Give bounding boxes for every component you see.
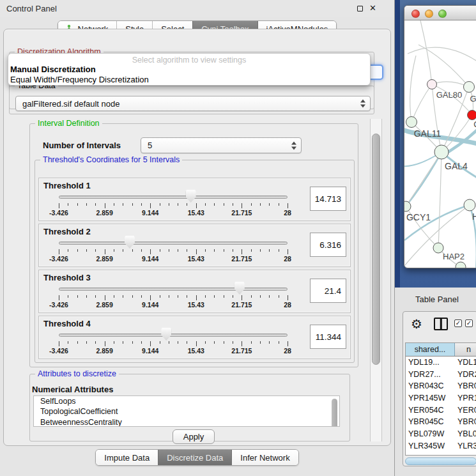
network-edge[interactable] bbox=[404, 205, 470, 240]
apply-button[interactable]: Apply bbox=[173, 429, 215, 444]
slider-tick-label: 9.144 bbox=[142, 301, 158, 309]
column-header-shared[interactable]: shared... bbox=[406, 343, 455, 356]
checkbox-icon[interactable]: ✓ bbox=[454, 319, 462, 327]
tab-impute-data[interactable]: Impute Data bbox=[96, 450, 158, 465]
table-cell-name[interactable]: YLR3 bbox=[455, 440, 476, 452]
column-header-name[interactable]: n bbox=[455, 343, 476, 356]
table-row[interactable]: YBL079WYBL0 bbox=[406, 428, 476, 440]
network-node[interactable] bbox=[468, 111, 476, 120]
network-node[interactable] bbox=[404, 201, 411, 211]
threshold-value-field[interactable]: 6.316 bbox=[310, 233, 346, 257]
slider-thumb[interactable] bbox=[186, 190, 196, 203]
slider-thumb[interactable] bbox=[161, 328, 171, 341]
slider-tick bbox=[169, 295, 169, 298]
close-traffic-light-icon[interactable] bbox=[411, 10, 420, 18]
table-horizontal-scrollbar[interactable] bbox=[404, 457, 476, 466]
table-cell-name[interactable]: YDL1 bbox=[455, 357, 476, 369]
table-row[interactable]: YIL052CYIL0 bbox=[406, 452, 476, 456]
close-icon[interactable]: ✕ bbox=[369, 3, 376, 13]
table-cell-shared-name[interactable]: YBR043C bbox=[406, 380, 455, 392]
slider-tick bbox=[123, 295, 123, 298]
table-cell-name[interactable]: YER0 bbox=[455, 404, 476, 417]
table-cell-shared-name[interactable]: YIL052C bbox=[406, 452, 455, 456]
attribute-list-item[interactable]: SelfLoops bbox=[34, 396, 339, 406]
list-scrollbar-thumb[interactable] bbox=[332, 399, 337, 427]
table-horizontal-scrollbar-thumb[interactable] bbox=[405, 457, 476, 465]
table-row[interactable]: YBR043CYBR0 bbox=[406, 380, 476, 392]
tab-infer-network[interactable]: Infer Network bbox=[231, 450, 298, 465]
table-cell-name[interactable]: YBR0 bbox=[455, 416, 476, 428]
table-row[interactable]: YBR045CYBR0 bbox=[406, 416, 476, 428]
network-edge[interactable] bbox=[418, 45, 469, 87]
slider-track[interactable] bbox=[59, 288, 288, 291]
table-cell-name[interactable]: YDR2 bbox=[455, 369, 476, 381]
network-node[interactable] bbox=[434, 145, 449, 159]
network-node[interactable] bbox=[427, 80, 437, 89]
table-cell-name[interactable]: YBL0 bbox=[455, 428, 476, 440]
network-edge[interactable] bbox=[410, 56, 416, 122]
threshold-slider[interactable]: -3.4262.8599.14415.4321.71528 bbox=[59, 190, 288, 217]
minimize-traffic-light-icon[interactable] bbox=[425, 10, 433, 18]
table-cell-shared-name[interactable]: YDL19... bbox=[406, 357, 455, 369]
table-cell-shared-name[interactable]: YBL079W bbox=[406, 428, 455, 440]
zoom-traffic-light-icon[interactable] bbox=[438, 10, 447, 18]
attribute-list-item[interactable]: TopologicalCoefficient bbox=[34, 406, 339, 417]
table-row[interactable]: YDL19...YDL1 bbox=[406, 357, 476, 369]
network-edge[interactable] bbox=[411, 84, 432, 122]
number-of-intervals-combo[interactable]: 5 bbox=[141, 137, 302, 153]
slider-track[interactable] bbox=[59, 242, 288, 245]
table-cell-name[interactable]: YPR1 bbox=[455, 392, 476, 404]
slider-track[interactable] bbox=[59, 196, 288, 199]
tab-discretize-data[interactable]: Discretize Data bbox=[158, 450, 231, 465]
checkbox-icon[interactable]: ✓ bbox=[465, 319, 473, 327]
slider-tick bbox=[269, 295, 270, 298]
threshold-slider[interactable]: -3.4262.8599.14415.4321.71528 bbox=[59, 328, 288, 355]
slider-thumb[interactable] bbox=[234, 282, 245, 295]
column-view-icon[interactable] bbox=[434, 318, 448, 330]
network-node[interactable] bbox=[464, 82, 475, 93]
network-node[interactable] bbox=[433, 243, 443, 253]
list-scrollbar[interactable] bbox=[331, 396, 338, 426]
slider-tick bbox=[242, 249, 242, 254]
network-window-titlebar[interactable] bbox=[404, 6, 476, 20]
network-canvas[interactable]: GAL80GACGAL11GAL4GCY1HHAP2 bbox=[404, 20, 476, 268]
network-edge[interactable] bbox=[406, 152, 441, 206]
table-cell-name[interactable]: YIL0 bbox=[455, 452, 476, 456]
network-edge[interactable] bbox=[438, 152, 441, 248]
table-row[interactable]: YPR145WYPR1 bbox=[406, 392, 476, 404]
table-cell-name[interactable]: YBR0 bbox=[455, 380, 476, 392]
table-row[interactable]: YDR27...YDR2 bbox=[406, 369, 476, 381]
algorithm-combo-focus-fragment[interactable] bbox=[370, 65, 383, 80]
slider-tick bbox=[251, 249, 252, 252]
table-row[interactable]: YER054CYER0 bbox=[406, 404, 476, 417]
table-cell-shared-name[interactable]: YLR345W bbox=[406, 440, 455, 452]
slider-tick bbox=[242, 295, 242, 300]
table-cell-shared-name[interactable]: YER054C bbox=[406, 404, 455, 417]
threshold-value-field[interactable]: 11.344 bbox=[310, 325, 346, 349]
panel-vertical-scrollbar[interactable] bbox=[370, 119, 382, 441]
table-data-combo[interactable]: galFiltered.sif default node bbox=[15, 96, 371, 111]
float-window-button[interactable] bbox=[356, 4, 365, 13]
attribute-list-item[interactable]: BetweennessCentrality bbox=[34, 417, 339, 427]
table-row[interactable]: YLR345WYLR3 bbox=[406, 440, 476, 452]
network-node[interactable] bbox=[406, 117, 417, 128]
network-node[interactable] bbox=[464, 199, 475, 211]
popup-item-manual-discretization[interactable]: Manual Discretization bbox=[8, 65, 370, 75]
threshold-value-field[interactable]: 21.4 bbox=[310, 279, 346, 303]
slider-tick-label: -3.426 bbox=[49, 301, 68, 309]
table-cell-shared-name[interactable]: YBR045C bbox=[406, 416, 455, 428]
slider-track[interactable] bbox=[59, 334, 288, 337]
slider-thumb[interactable] bbox=[125, 236, 135, 249]
table-cell-shared-name[interactable]: YPR145W bbox=[406, 392, 455, 404]
popup-item-equal-width-frequency[interactable]: Equal Width/Frequency Discretization bbox=[8, 75, 370, 85]
gear-icon[interactable]: ⚙ bbox=[411, 316, 422, 332]
network-node[interactable] bbox=[456, 262, 466, 268]
numerical-attributes-list[interactable]: SelfLoopsTopologicalCoefficientBetweenne… bbox=[33, 395, 340, 427]
network-edge[interactable] bbox=[420, 20, 432, 84]
threshold-slider[interactable]: -3.4262.8599.14415.4321.71528 bbox=[59, 236, 288, 263]
network-edge[interactable] bbox=[408, 47, 476, 64]
table-cell-shared-name[interactable]: YDR27... bbox=[406, 369, 455, 381]
threshold-value-field[interactable]: 14.713 bbox=[310, 187, 346, 211]
panel-vertical-scrollbar-thumb[interactable] bbox=[372, 134, 380, 365]
threshold-slider[interactable]: -3.4262.8599.14415.4321.71528 bbox=[59, 282, 288, 309]
